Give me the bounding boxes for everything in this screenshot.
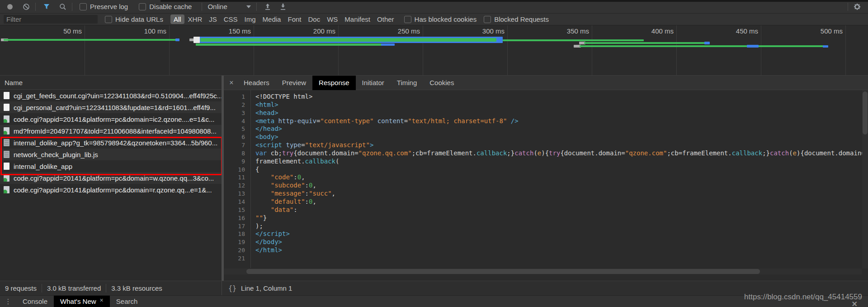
line-number: 14 [224, 198, 250, 206]
line-number: 13 [224, 190, 250, 198]
timeline-gridline [423, 25, 423, 75]
waterfall-bar [704, 42, 710, 44]
request-row[interactable]: code.cgi?appid=20141&platform=pc&domain=… [0, 184, 222, 196]
code-line: <meta http-equiv="content-type" content=… [255, 117, 868, 125]
network-filter-input[interactable] [4, 15, 98, 24]
checkbox-icon [404, 16, 411, 23]
request-name: code.cgi?appid=20141&platform=pc&domain=… [14, 186, 212, 194]
timeline-gridline [85, 25, 85, 75]
toolbar-divider [72, 3, 72, 11]
request-row[interactable]: md?fromId=204971707&told=211006088&inter… [0, 125, 222, 137]
horizontal-scrollbar[interactable] [224, 269, 862, 274]
script-file-icon [4, 174, 9, 182]
more-menu-icon[interactable]: ⋮ [0, 297, 16, 306]
preserve-log-checkbox[interactable]: Preserve log [80, 3, 128, 10]
filter-type-img[interactable]: Img [241, 14, 259, 24]
disable-cache-checkbox[interactable]: Disable cache [139, 3, 192, 10]
drawer-tabs: ConsoleWhat's New×Search [16, 296, 144, 307]
tab-headers[interactable]: Headers [237, 76, 276, 90]
clear-icon [23, 3, 30, 10]
search-icon [59, 3, 66, 10]
timeline-gridline [507, 25, 508, 75]
code-line: "default":0, [255, 198, 868, 206]
filter-type-css[interactable]: CSS [221, 14, 241, 24]
filter-toggle-button[interactable] [40, 1, 53, 13]
text-file-icon [4, 151, 9, 158]
timeline-tick-label: 300 ms [464, 27, 505, 35]
code-line: </body> [255, 238, 868, 246]
network-overview-timeline[interactable]: 50 ms100 ms150 ms200 ms250 ms300 ms350 m… [0, 25, 868, 76]
tab-preview[interactable]: Preview [276, 76, 312, 90]
line-number: 17 [224, 222, 250, 230]
filter-type-xhr[interactable]: XHR [185, 14, 206, 24]
filter-type-other[interactable]: Other [374, 14, 397, 24]
close-detail-button[interactable]: × [226, 79, 237, 87]
code-line: { [255, 166, 868, 174]
clear-button[interactable] [20, 1, 33, 13]
drawer-tab-console[interactable]: Console [16, 296, 54, 307]
line-number: 6 [224, 133, 250, 141]
gear-icon [853, 3, 861, 11]
detail-tabs: HeadersPreviewResponseInitiatorTimingCoo… [237, 76, 460, 90]
request-row[interactable]: code.cgi?appid=20141&platform=pc&domain=… [0, 113, 222, 125]
status-divider [106, 284, 106, 293]
network-filter-bar: Hide data URLs AllXHRJSCSSImgMediaFontDo… [0, 14, 868, 25]
line-number: 2 [224, 101, 250, 109]
record-button[interactable] [4, 1, 16, 13]
export-har-button[interactable] [277, 1, 289, 13]
vertical-scrollbar[interactable] [862, 90, 868, 269]
has-blocked-cookies-checkbox[interactable]: Has blocked cookies [404, 15, 477, 23]
tab-timing[interactable]: Timing [391, 76, 423, 90]
request-row[interactable]: cgi_personal_card?uin=1223411083&fupdate… [0, 101, 222, 113]
waterfall-bar [381, 43, 395, 46]
line-number: 16 [224, 214, 250, 222]
checkbox-icon [105, 16, 112, 23]
request-name: code.cgi?appid=20141&platform=pc&domain=… [14, 174, 214, 182]
vertical-scrollbar-thumb[interactable] [863, 91, 868, 134]
timeline-tick-label: 400 ms [633, 27, 674, 35]
line-number: 8 [224, 149, 250, 158]
timeline-tick-label: 250 ms [379, 27, 420, 35]
preserve-log-label: Preserve log [90, 3, 128, 10]
line-number: 10 [224, 166, 250, 174]
toolbar-divider [848, 3, 848, 11]
checkbox-icon [139, 3, 146, 10]
line-number: 15 [224, 206, 250, 214]
filter-type-manifest[interactable]: Manifest [341, 14, 373, 24]
code-line: </html> [255, 246, 868, 254]
throttling-select[interactable]: Online [208, 3, 251, 10]
filter-type-ws[interactable]: WS [324, 14, 341, 24]
waterfall-bar [503, 39, 644, 41]
doc-file-icon [4, 104, 9, 111]
tab-cookies[interactable]: Cookies [423, 76, 460, 90]
filter-type-font[interactable]: Font [284, 14, 304, 24]
request-row[interactable]: code.cgi?appid=20141&platform=pc&domain=… [0, 172, 222, 184]
console-drawer-tab-bar: ⋮ ConsoleWhat's New×Search [0, 295, 868, 307]
filter-type-all[interactable]: All [170, 14, 184, 24]
filter-type-doc[interactable]: Doc [305, 14, 323, 24]
code-line: ""} [255, 214, 868, 222]
search-button[interactable] [57, 1, 69, 13]
settings-button[interactable] [851, 1, 863, 13]
filter-type-js[interactable]: JS [206, 14, 220, 24]
import-har-button[interactable] [261, 1, 274, 13]
request-row[interactable]: network_check_plugin_lib.js [0, 149, 222, 160]
blocked-requests-checkbox[interactable]: Blocked Requests [484, 15, 549, 23]
drawer-tab-what-s-new[interactable]: What's New× [54, 296, 110, 307]
status-item: 3.3 kB resources [111, 284, 162, 292]
filter-type-media[interactable]: Media [259, 14, 284, 24]
name-column-header[interactable]: Name [0, 76, 222, 90]
status-bar: 9 requests3.0 kB transferred3.3 kB resou… [0, 281, 868, 295]
record-icon [7, 4, 13, 10]
tab-initiator[interactable]: Initiator [356, 76, 391, 90]
request-row[interactable]: cgi_get_feeds_count.cgi?uin=1223411083&r… [0, 90, 222, 101]
horizontal-scrollbar-thumb[interactable] [246, 269, 760, 274]
tab-response[interactable]: Response [312, 76, 356, 90]
upload-icon [264, 3, 271, 10]
request-row[interactable]: internal_dolike_app [0, 160, 222, 172]
request-row[interactable]: internal_dolike_app?g_tk=985798942&qzone… [0, 137, 222, 149]
hide-data-urls-checkbox[interactable]: Hide data URLs [105, 15, 163, 23]
close-icon[interactable]: × [100, 295, 104, 306]
timeline-tick-label: 50 ms [41, 27, 82, 35]
drawer-tab-search[interactable]: Search [110, 296, 144, 307]
